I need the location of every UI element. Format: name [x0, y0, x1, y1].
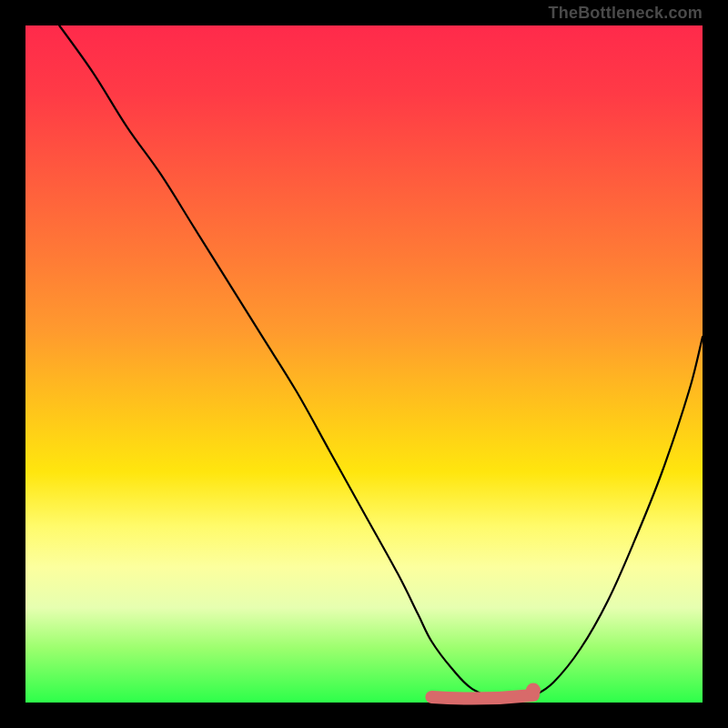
- optimal-range-band: [431, 695, 533, 699]
- attribution-text: TheBottleneck.com: [549, 4, 703, 23]
- plot-area: [25, 25, 703, 703]
- chart-frame: TheBottleneck.com: [0, 0, 728, 728]
- bottleneck-curve: [59, 25, 703, 700]
- curve-svg: [25, 25, 703, 703]
- optimal-marker-dot: [526, 683, 541, 698]
